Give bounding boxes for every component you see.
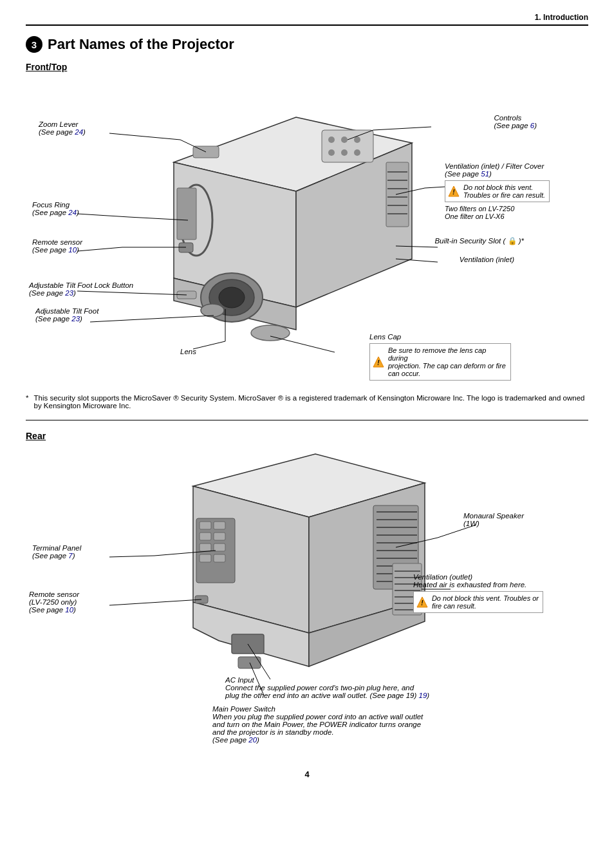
svg-line-91 [248, 644, 270, 679]
svg-line-34 [396, 188, 425, 194]
svg-point-15 [180, 185, 212, 256]
svg-line-44 [396, 259, 438, 262]
svg-point-9 [328, 137, 335, 143]
svg-line-28 [180, 140, 206, 152]
svg-point-5 [209, 279, 254, 316]
svg-point-14 [354, 149, 360, 156]
label-ventilation-outlet: Ventilation (outlet) Heated air is exhau… [413, 573, 543, 613]
svg-line-30 [348, 130, 373, 140]
svg-marker-2 [296, 143, 412, 307]
footnote: * This security slot supports the MicroS… [26, 394, 588, 410]
section-title-text: Part Names of the Projector [48, 36, 234, 53]
svg-rect-16 [177, 188, 196, 240]
svg-line-32 [129, 217, 188, 220]
svg-marker-0 [174, 117, 412, 191]
svg-point-11 [354, 137, 360, 143]
label-zoom-lever: Zoom Lever (See page 24) [39, 120, 86, 136]
label-lens-cap: Lens Cap ! Be sure to remove the lens ca… [369, 333, 511, 381]
svg-rect-74 [195, 596, 208, 603]
svg-marker-53 [309, 599, 425, 666]
svg-line-33 [77, 214, 129, 217]
svg-rect-67 [214, 522, 225, 529]
header-text: 1. Introduction [535, 13, 588, 22]
svg-rect-7 [193, 146, 219, 158]
svg-marker-1 [174, 162, 296, 307]
svg-line-43 [396, 246, 438, 247]
svg-line-29 [109, 133, 180, 140]
svg-marker-50 [193, 486, 309, 633]
label-lens: Lens [180, 348, 196, 355]
svg-marker-52 [193, 602, 309, 666]
svg-rect-69 [214, 533, 225, 540]
filters-note: Two filters on LV-7250 One filter on LV-… [445, 205, 550, 220]
label-ac-input: AC Input Connect the supplied power cord… [225, 676, 429, 699]
svg-line-41 [193, 341, 225, 349]
label-controls: Controls (See page 6) [494, 114, 537, 129]
svg-rect-26 [179, 243, 193, 252]
rear-diagram: Terminal Panel (See page 7) Monaural Spe… [26, 448, 588, 757]
front-diagram: Zoom Lever (See page 24) Controls (See p… [26, 79, 588, 388]
warning-vent-front: ! Do not block this vent. Troubles or fi… [445, 180, 550, 202]
warning-icon-lens: ! [373, 356, 384, 368]
svg-rect-71 [214, 543, 225, 551]
subsection-front: Front/Top [26, 62, 588, 72]
svg-rect-66 [200, 522, 211, 529]
svg-line-31 [373, 127, 431, 130]
warning-vent-rear: ! Do not block this vent. Troubles or fi… [413, 591, 543, 613]
svg-line-42 [270, 336, 335, 352]
label-terminal-panel: Terminal Panel (See page 7) [32, 544, 81, 560]
svg-marker-3 [174, 278, 296, 330]
warning-icon-rear: ! [416, 596, 428, 608]
svg-rect-8 [322, 130, 373, 162]
svg-line-37 [77, 247, 122, 251]
section-number: 3 [26, 36, 42, 53]
svg-rect-25 [177, 291, 196, 299]
svg-point-6 [219, 287, 245, 308]
label-ventilation-filter: Ventilation (inlet) / Filter Cover (See … [445, 162, 550, 220]
svg-point-4 [201, 273, 263, 322]
label-monaural-speaker: Monaural Speaker (1W) [463, 512, 524, 527]
page-header: 1. Introduction [26, 13, 588, 26]
label-tilt-foot: Adjustable Tilt Foot (See page 23) [35, 307, 98, 323]
svg-rect-68 [200, 533, 211, 540]
section-title: 3 Part Names of the Projector [26, 36, 588, 53]
svg-line-86 [109, 556, 154, 557]
svg-marker-51 [309, 483, 425, 633]
svg-rect-73 [214, 554, 225, 562]
subsection-rear: Rear [26, 431, 588, 441]
svg-rect-72 [200, 554, 211, 562]
label-security-slot: Built-in Security Slot ( 🔒 )* [434, 236, 524, 245]
warning-icon-front: ! [448, 185, 460, 197]
svg-line-39 [90, 316, 214, 322]
svg-marker-49 [193, 454, 425, 517]
svg-rect-17 [386, 162, 409, 227]
label-remote-sensor: Remote sensor (See page 10) [32, 238, 82, 254]
svg-point-24 [201, 304, 224, 317]
svg-point-27 [251, 325, 290, 341]
svg-rect-75 [232, 634, 264, 654]
svg-rect-54 [373, 505, 418, 589]
svg-point-13 [341, 149, 348, 156]
label-ventilation-inlet: Ventilation (inlet) [460, 256, 514, 263]
svg-rect-76 [238, 657, 261, 668]
svg-rect-65 [196, 518, 235, 583]
svg-point-10 [341, 137, 348, 143]
label-focus-ring: Focus Ring (See page 24) [32, 201, 79, 216]
label-remote-sensor-rear: Remote sensor (LV-7250 only) (See page 1… [29, 590, 79, 614]
svg-rect-70 [200, 543, 211, 551]
svg-point-12 [328, 149, 335, 156]
svg-line-87 [396, 538, 438, 547]
label-main-power: Main Power Switch When you plug the supp… [212, 705, 423, 744]
warning-lens-cap: ! Be sure to remove the lens cap during … [369, 343, 511, 381]
svg-line-89 [109, 599, 201, 605]
page-number: 4 [26, 769, 588, 779]
label-tilt-lock: Adjustable Tilt Foot Lock Button (See pa… [29, 281, 133, 297]
svg-line-85 [154, 551, 216, 556]
section-divider [26, 420, 588, 420]
